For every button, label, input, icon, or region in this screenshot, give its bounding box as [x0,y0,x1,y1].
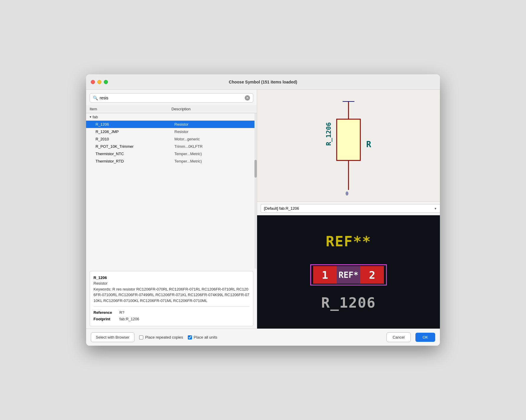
symbol-svg: R_1206 R 0 [257,90,440,201]
table-header: Item Description [86,105,257,113]
fp-pad-2: 2 [360,266,384,284]
list-item[interactable]: R_1206_JMP Resistor [86,128,257,135]
item-name: Thermistor_NTC [96,152,175,156]
fp-pad-1: 1 [313,266,337,284]
info-panel: R_1206 Resistor Keywords: R res resistor… [90,271,253,327]
clear-search-button[interactable]: ✕ [245,95,250,101]
svg-text:R: R [366,140,371,149]
component-keywords: Keywords: R res resistor RC1206FR-070RL … [93,286,249,304]
footprint-preview: REF** 1 REF* 2 [257,215,440,329]
reference-value: R? [119,310,124,316]
group-fab[interactable]: ▾ fab [86,113,257,121]
item-desc: Resistor [175,122,254,127]
chevron-down-icon: ▾ [90,115,91,119]
ok-button[interactable]: OK [415,333,435,342]
list-item[interactable]: R_POT_10K_Trimmer Trimm...0KLFTR [86,143,257,150]
list-item[interactable]: R_2010 Motor...generic [86,135,257,143]
item-desc: Temper...Metric) [175,152,254,156]
right-panel: R_1206 R 0 [Default] fab:R_1206 ▾ [257,90,440,329]
scrollbar-thumb[interactable] [254,160,257,178]
reference-label: Reference [93,310,117,316]
footprint-value: fab:R_1206 [119,316,139,322]
close-button[interactable] [91,80,95,84]
item-name: R_POT_10K_Trimmer [96,144,175,149]
footprint-selector: [Default] fab:R_1206 ▾ [257,202,440,215]
svg-rect-1 [337,119,360,160]
item-name: R_1206 [96,122,175,127]
item-name: R_2010 [96,137,175,141]
fp-pad-center: REF* [337,266,360,284]
search-input[interactable]: resis [100,96,243,100]
svg-text:R_1206: R_1206 [325,122,332,145]
symbol-preview: R_1206 R 0 [257,90,440,202]
list-item[interactable]: Thermistor_NTC Temper...Metric) [86,150,257,158]
item-desc: Motor...generic [175,137,254,141]
bottom-bar: Select with Browser Place repeated copie… [86,329,440,346]
col-desc-header: Description [172,107,254,111]
footprint-label: Footprint [93,316,117,322]
main-content: 🔍 resis ✕ Item Description ▾ fab R_1206 [86,90,440,329]
item-desc: Resistor [175,129,254,134]
fp-name-text: R_1206 [321,294,376,311]
keywords-value: R res resistor RC1206FR-070RL RC1206FR-0… [93,287,249,303]
component-type: Resistor [93,280,249,286]
select-with-browser-button[interactable]: Select with Browser [91,332,134,342]
footprint-dropdown[interactable]: [Default] fab:R_1206 [261,204,440,213]
symbol-drawing: R_1206 R 0 [301,96,396,196]
maximize-button[interactable] [104,80,108,84]
component-name: R_1206 [93,275,249,281]
search-bar: 🔍 resis ✕ [90,93,253,103]
item-name: R_1206_JMP [96,129,175,134]
place-repeated-group: Place repeated copies [139,335,183,339]
titlebar: Choose Symbol (151 items loaded) [86,74,440,90]
symbol-list: ▾ fab R_1206 Resistor R_1206_JMP Resisto… [86,113,257,269]
info-divider [93,306,249,307]
traffic-lights [91,80,108,84]
reference-row: Reference R? [93,310,249,316]
fp-ref-text: REF** [326,233,372,250]
scrollbar-track [254,113,257,269]
footprint-row: Footprint fab:R_1206 [93,316,249,322]
item-desc: Temper...Metric) [175,159,254,163]
keywords-label: Keywords: [93,287,111,291]
group-name: fab [93,115,98,119]
col-item-header: Item [90,107,172,111]
place-all-units-label: Place all units [194,335,217,339]
place-all-units-group: Place all units [188,335,217,339]
list-item[interactable]: R_1206 Resistor [86,121,257,128]
svg-text:0: 0 [346,191,349,196]
place-repeated-label: Place repeated copies [145,335,183,339]
window-title: Choose Symbol (151 items loaded) [229,80,297,84]
cancel-button[interactable]: Cancel [387,332,411,342]
place-repeated-checkbox[interactable] [139,335,143,339]
item-desc: Trimm...0KLFTR [175,144,254,149]
search-icon: 🔍 [93,96,98,100]
minimize-button[interactable] [97,80,101,84]
main-window: Choose Symbol (151 items loaded) 🔍 resis… [86,74,440,346]
item-name: Thermistor_RTD [96,159,175,163]
place-all-units-checkbox[interactable] [188,335,192,339]
list-item[interactable]: Thermistor_RTD Temper...Metric) [86,158,257,165]
left-panel: 🔍 resis ✕ Item Description ▾ fab R_1206 [86,90,257,329]
